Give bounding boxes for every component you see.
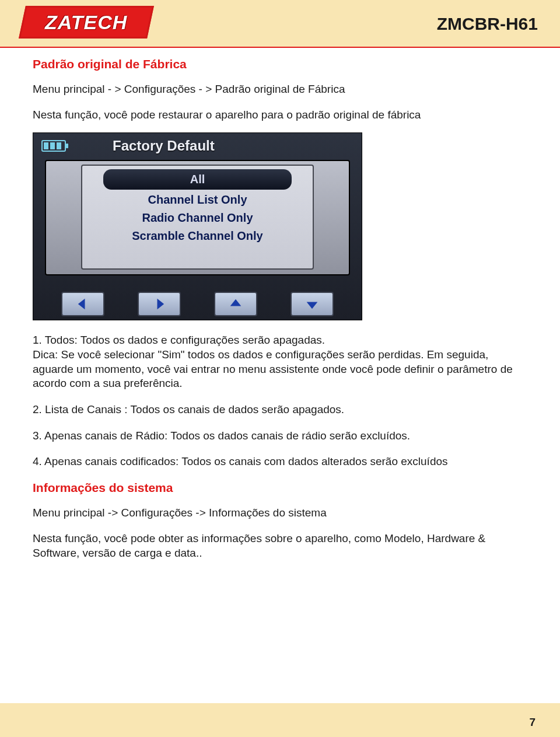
nav-right-button[interactable] — [138, 292, 181, 316]
arrow-right-icon — [151, 296, 167, 312]
page-content: Padrão original de Fábrica Menu principa… — [0, 57, 560, 561]
intro-factory: Nesta função, você pode restaurar o apar… — [33, 107, 527, 123]
section-title-factory: Padrão original de Fábrica — [33, 57, 527, 71]
list-item-3: 3. Apenas canais de Rádio: Todos os dado… — [33, 429, 527, 443]
page-number: 7 — [529, 716, 536, 729]
nav-left-button[interactable] — [61, 292, 104, 316]
device-panel: All Channel List Only Radio Channel Only… — [45, 160, 350, 275]
intro-sysinfo: Nesta função, você pode obter as informa… — [33, 531, 527, 561]
device-screenshot: Factory Default All Channel List Only Ra… — [33, 132, 362, 320]
device-navbar — [33, 292, 362, 316]
brand-logo: ZATECH — [19, 6, 154, 39]
device-header: Factory Default — [33, 133, 362, 158]
list-item-1: 1. Todos: Todos os dados e configurações… — [33, 333, 527, 391]
section-title-sysinfo: Informações do sistema — [33, 481, 527, 495]
nav-up-button[interactable] — [214, 292, 257, 316]
page-header: ZATECH ZMCBR-H61 — [0, 0, 560, 47]
arrow-down-icon — [304, 296, 320, 312]
footer-band: 7 — [0, 703, 560, 737]
device-option-selected[interactable]: All — [103, 169, 292, 190]
brand-name: ZATECH — [45, 11, 127, 34]
device-panel-inner: All Channel List Only Radio Channel Only… — [81, 165, 314, 270]
battery-icon — [41, 140, 66, 152]
device-option[interactable]: Scramble Channel Only — [82, 227, 313, 245]
device-screen-title: Factory Default — [113, 138, 215, 154]
breadcrumb-sysinfo: Menu principal -> Configurações -> Infor… — [33, 505, 527, 521]
model-code: ZMCBR-H61 — [437, 14, 538, 34]
device-option[interactable]: Channel List Only — [82, 191, 313, 209]
device-option[interactable]: Radio Channel Only — [82, 209, 313, 227]
header-rule — [0, 47, 560, 48]
nav-down-button[interactable] — [290, 292, 334, 316]
list-item-4: 4. Apenas canais codificados: Todos os c… — [33, 455, 527, 469]
breadcrumb-factory: Menu principal - > Configurações - > Pad… — [33, 82, 527, 97]
arrow-up-icon — [228, 296, 244, 312]
list-item-2: 2. Lista de Canais : Todos os canais de … — [33, 403, 527, 417]
arrow-left-icon — [75, 296, 91, 312]
